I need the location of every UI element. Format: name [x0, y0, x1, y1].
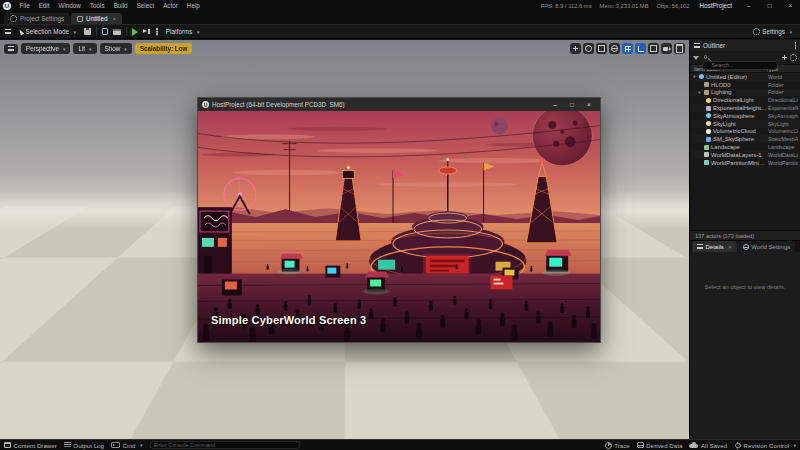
filter-icon[interactable]: [693, 56, 699, 60]
move-tool-button[interactable]: [570, 43, 581, 54]
cinematics-icon[interactable]: [113, 29, 121, 35]
console-command-input[interactable]: [150, 441, 300, 449]
menu-tools[interactable]: Tools: [85, 2, 109, 9]
main-toolbar: Selection Mode Platforms Settings: [0, 24, 800, 39]
outliner-row-heightfog[interactable]: ExponentialHeightFog ExponentialHeightFo…: [690, 104, 800, 112]
maximize-button[interactable]: □: [763, 1, 776, 11]
menu-help[interactable]: Help: [182, 2, 204, 9]
game-minimize-button[interactable]: –: [548, 99, 562, 110]
perspective-label: Perspective: [26, 45, 59, 52]
derived-data-icon: [637, 442, 644, 448]
menu-window[interactable]: Window: [54, 2, 85, 9]
output-log-button[interactable]: Output Log: [64, 442, 104, 449]
rotate-tool-button[interactable]: [583, 43, 594, 54]
game-maximize-button[interactable]: □: [565, 99, 579, 110]
screen-caption: Simple CyberWorld Screen 3: [211, 314, 366, 326]
sky-atmosphere-icon: [706, 113, 711, 118]
hamburger-menu-icon: [697, 244, 703, 249]
output-log-icon: [64, 442, 71, 448]
rotation-snap-toggle[interactable]: [635, 43, 646, 54]
outliner-settings-icon[interactable]: [790, 54, 797, 61]
outliner-footer: 137 actors (173 loaded): [690, 230, 800, 240]
menu-file[interactable]: File: [15, 2, 34, 9]
view-mode-dropdown[interactable]: Lit: [73, 43, 96, 54]
trace-button[interactable]: Trace: [605, 442, 630, 449]
world-space-toggle[interactable]: [609, 43, 620, 54]
outliner-row-datalayers[interactable]: WorldDataLayers-1 WorldDataLayers: [690, 151, 800, 159]
maximize-viewport-button[interactable]: [674, 43, 685, 54]
menu-select[interactable]: Select: [132, 2, 159, 9]
revision-control-button[interactable]: Revision Control: [734, 442, 796, 449]
memory-stat: Mem: 3,233.01 MB: [600, 3, 649, 9]
minimize-button[interactable]: –: [742, 1, 755, 11]
tab-untitled-level[interactable]: Untitled: [71, 13, 122, 24]
outliner-row-skysphere[interactable]: SM_SkySphere StaticMeshActor: [690, 135, 800, 143]
platforms-dropdown[interactable]: Platforms: [163, 27, 203, 36]
outliner-search-row: [690, 51, 800, 64]
cmd-dropdown[interactable]: Cmd: [111, 442, 143, 449]
save-icon[interactable]: [84, 28, 91, 35]
scale-tool-button[interactable]: [596, 43, 607, 54]
camera-speed-button[interactable]: [661, 43, 672, 54]
settings-dropdown[interactable]: Settings: [750, 27, 795, 36]
game-window[interactable]: U HostProject (64-bit Development PCD3D_…: [197, 97, 601, 343]
viewport-menu-button[interactable]: [4, 44, 18, 54]
translate-gizmo[interactable]: [344, 347, 346, 373]
outliner-header[interactable]: Outliner: [690, 40, 800, 51]
menu-build[interactable]: Build: [109, 2, 132, 9]
outliner-row-untitled[interactable]: Untitled (Editor) World: [690, 73, 800, 81]
content-drawer-button[interactable]: Content Drawer: [4, 442, 57, 449]
outliner-row-skylight[interactable]: SkyLight SkyLight: [690, 120, 800, 128]
expander-icon[interactable]: [697, 90, 702, 95]
outliner-row-hlod0[interactable]: HLOD0 Folder: [690, 81, 800, 89]
play-options-icon[interactable]: [156, 28, 157, 29]
outliner-row-directionallight[interactable]: DirectionalLight DirectionalLight: [690, 96, 800, 104]
blueprints-icon[interactable]: [102, 28, 109, 35]
close-tab-icon[interactable]: [728, 244, 732, 250]
outliner-row-volumetriccloud[interactable]: VolumetricCloud VolumetricCloud: [690, 128, 800, 136]
static-mesh-icon: [706, 137, 711, 142]
cursor-icon: [18, 28, 25, 35]
level-viewport[interactable]: Perspective Lit Show Scalability: Low U …: [0, 40, 689, 439]
outliner-row-lighting[interactable]: Lighting Folder: [690, 89, 800, 97]
tab-label: Project Settings: [20, 15, 64, 22]
outliner-row-minimap[interactable]: WorldPartitionMinimap WorldPartitionMini…: [690, 159, 800, 167]
menu-edit[interactable]: Edit: [34, 2, 54, 9]
tab-world-settings[interactable]: World Settings: [738, 241, 795, 252]
perspective-dropdown[interactable]: Perspective: [21, 43, 70, 54]
directional-light-icon: [706, 98, 711, 103]
selection-mode-dropdown[interactable]: Selection Mode: [16, 27, 79, 36]
show-dropdown[interactable]: Show: [100, 43, 132, 54]
scalability-badge[interactable]: Scalability: Low: [135, 43, 193, 54]
panel-options-icon[interactable]: [795, 42, 796, 43]
hamburger-menu-icon[interactable]: [5, 29, 11, 34]
viewport-toolbar: [570, 43, 685, 54]
fps-stat: FPS: 8.9 / 112.6 ms: [541, 3, 592, 9]
unreal-logo-icon[interactable]: U: [3, 2, 11, 10]
tab-project-settings[interactable]: Project Settings: [4, 13, 70, 24]
all-saved-button[interactable]: All Saved: [689, 442, 727, 449]
menu-bar: U File Edit Window Tools Build Select Ac…: [0, 0, 800, 11]
tab-label: Untitled: [86, 15, 107, 22]
outliner-search-input[interactable]: [702, 61, 779, 70]
menu-actor[interactable]: Actor: [159, 2, 183, 9]
gear-icon: [10, 15, 17, 22]
expander-icon[interactable]: [692, 74, 697, 79]
game-close-button[interactable]: ×: [582, 99, 596, 110]
outliner-row-skyatmosphere[interactable]: SkyAtmosphere SkyAtmosphere: [690, 112, 800, 120]
skip-frame-button[interactable]: [143, 28, 151, 35]
status-bar-right: Trace Derived Data All Saved Revision Co…: [605, 442, 796, 449]
add-actor-icon[interactable]: [781, 54, 788, 61]
sky-light-icon: [706, 121, 711, 126]
cloud-icon: [689, 444, 698, 448]
right-panel: Outliner Item Label Type Untitled (Edito…: [689, 40, 800, 439]
scale-snap-toggle[interactable]: [648, 43, 659, 54]
play-button[interactable]: [132, 28, 138, 36]
tab-details[interactable]: Details: [692, 241, 737, 252]
outliner-row-landscape[interactable]: Landscape Landscape: [690, 143, 800, 151]
close-button[interactable]: ×: [784, 1, 797, 11]
game-window-titlebar[interactable]: U HostProject (64-bit Development PCD3D_…: [198, 98, 600, 111]
derived-data-button[interactable]: Derived Data: [637, 442, 683, 449]
grid-snap-toggle[interactable]: [622, 43, 633, 54]
close-tab-icon[interactable]: [112, 16, 116, 22]
